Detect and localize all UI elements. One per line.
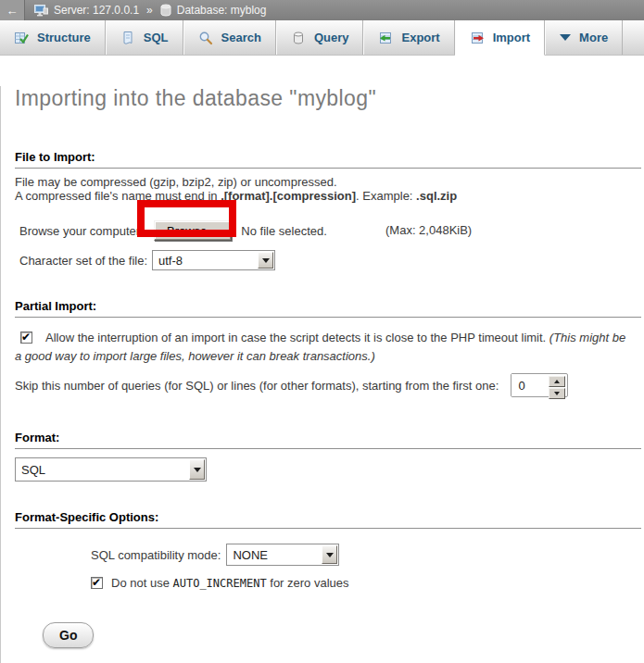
tab-import[interactable]: Import bbox=[455, 20, 545, 56]
export-icon bbox=[378, 31, 393, 45]
file-info-line2-prefix: A compressed file's name must end in bbox=[15, 189, 221, 203]
server-icon bbox=[34, 4, 48, 17]
allow-interrupt-row: Allow the interruption of an import in c… bbox=[15, 329, 644, 366]
charset-label: Character set of the file: bbox=[19, 254, 152, 268]
section-heading-file-to-import: File to Import: bbox=[15, 150, 641, 169]
allow-interrupt-checkbox[interactable] bbox=[20, 332, 32, 344]
allow-interrupt-label: Allow the interruption of an import in c… bbox=[45, 331, 549, 344]
section-heading-format-options: Format-Specific Options: bbox=[15, 510, 641, 529]
file-info-line2-mid: . Example: bbox=[356, 189, 416, 203]
tab-label: Search bbox=[221, 31, 261, 44]
breadcrumb-bar: ← Server: 127.0.0.1 » Database: myblog bbox=[0, 0, 644, 20]
skip-queries-input[interactable] bbox=[511, 374, 549, 396]
go-button[interactable]: Go bbox=[43, 622, 94, 648]
sql-icon bbox=[120, 31, 135, 45]
tab-label: Export bbox=[401, 31, 439, 44]
zero-values-code: AUTO_INCREMENT bbox=[173, 577, 267, 590]
tab-sql[interactable]: SQL bbox=[106, 20, 183, 55]
spinner-up-icon[interactable] bbox=[549, 376, 565, 387]
zero-values-row: Do not use AUTO_INCREMENT for zero value… bbox=[91, 575, 644, 590]
database-icon bbox=[160, 4, 171, 17]
tab-query[interactable]: Query bbox=[276, 20, 364, 55]
file-info-format-pattern: .[format].[compression] bbox=[221, 189, 356, 203]
sql-compat-row: SQL compatibility mode: NONE bbox=[91, 544, 644, 566]
zero-values-prefix: Do not use bbox=[111, 576, 173, 590]
page-title: Importing into the database "myblog" bbox=[15, 86, 641, 111]
breadcrumb-database[interactable]: Database: myblog bbox=[177, 4, 267, 17]
zero-values-checkbox[interactable] bbox=[91, 577, 103, 589]
tabbar-filler bbox=[623, 20, 644, 55]
select-arrow-icon[interactable] bbox=[322, 545, 337, 564]
skip-queries-row: Skip this number of queries (for SQL) or… bbox=[15, 373, 644, 397]
charset-select[interactable]: utf-8 bbox=[152, 250, 275, 270]
tab-label: Query bbox=[314, 31, 349, 44]
main-content: Importing into the database "myblog" Fil… bbox=[0, 86, 644, 663]
format-selected-value: SQL bbox=[21, 463, 45, 477]
charset-selected-value: utf-8 bbox=[158, 254, 183, 268]
zero-values-label: Do not use AUTO_INCREMENT for zero value… bbox=[111, 576, 349, 590]
tab-export[interactable]: Export bbox=[363, 20, 454, 55]
chevron-down-icon bbox=[560, 34, 571, 46]
spinner bbox=[549, 376, 565, 394]
search-icon bbox=[198, 31, 213, 45]
file-info-line1: File may be compressed (gzip, bzip2, zip… bbox=[15, 175, 337, 189]
tab-bar: Structure SQL Search Query bbox=[0, 20, 644, 56]
tab-structure[interactable]: Structure bbox=[0, 20, 106, 55]
back-button[interactable]: ← bbox=[0, 0, 25, 20]
section-heading-partial-import: Partial Import: bbox=[15, 299, 641, 318]
tab-label: SQL bbox=[144, 31, 169, 44]
breadcrumb: Server: 127.0.0.1 » Database: myblog bbox=[25, 4, 266, 17]
tab-label: Import bbox=[493, 31, 530, 44]
breadcrumb-separator: » bbox=[145, 4, 155, 17]
browse-row: Browse your computer: Browse… No file se… bbox=[15, 219, 644, 242]
structure-icon bbox=[14, 31, 29, 45]
section-heading-format: Format: bbox=[15, 431, 641, 449]
charset-row: Character set of the file: utf-8 bbox=[15, 249, 644, 271]
format-select-row: SQL bbox=[15, 457, 644, 482]
tab-search[interactable]: Search bbox=[183, 20, 276, 55]
spinner-down-icon[interactable] bbox=[549, 388, 565, 399]
format-select[interactable]: SQL bbox=[15, 457, 207, 482]
sql-compat-label: SQL compatibility mode: bbox=[91, 548, 221, 562]
select-arrow-icon[interactable] bbox=[189, 459, 205, 480]
browse-label: Browse your computer: bbox=[19, 224, 154, 238]
select-arrow-icon[interactable] bbox=[258, 252, 273, 269]
back-arrow-icon: ← bbox=[6, 4, 19, 18]
tab-label: Structure bbox=[37, 31, 91, 44]
sql-compat-selected-value: NONE bbox=[233, 548, 268, 562]
breadcrumb-server[interactable]: Server: 127.0.0.1 bbox=[54, 4, 139, 17]
file-info-text: File may be compressed (gzip, bzip2, zip… bbox=[15, 175, 644, 203]
sql-compat-select[interactable]: NONE bbox=[226, 544, 339, 566]
browse-button[interactable]: Browse… bbox=[154, 220, 232, 241]
zero-values-suffix: for zero values bbox=[267, 576, 349, 590]
tab-label: More bbox=[579, 31, 608, 44]
query-icon bbox=[291, 31, 306, 45]
max-upload-size: (Max: 2,048KiB) bbox=[385, 223, 472, 237]
no-file-selected-text: No file selected. bbox=[241, 224, 327, 238]
file-info-example: .sql.zip bbox=[416, 189, 457, 203]
skip-queries-stepper bbox=[511, 373, 568, 397]
import-icon bbox=[470, 31, 485, 45]
skip-queries-label: Skip this number of queries (for SQL) or… bbox=[15, 379, 499, 393]
tab-more[interactable]: More bbox=[545, 20, 623, 55]
